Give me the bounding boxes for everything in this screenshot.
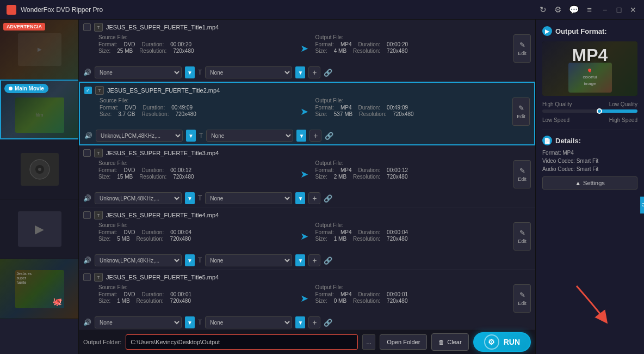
bottom-bar: Output Folder: ... Open Folder 🗑 Clear ⚙… [79,329,535,354]
folder-dots-button[interactable]: ... [362,334,375,350]
low-speed-label: Low Speed [542,117,569,123]
audio-select-4[interactable]: Unknow,LPCM,48KHz,... [95,254,182,266]
output-profile-tab[interactable]: Output Profile [640,197,644,213]
subtitle-dropdown-4[interactable]: ▼ [295,254,305,266]
file-row-2-controls: 🔊 Unknow,LPCM,48KHz,... ▼ T None ▼ + 🔗 [80,128,534,144]
edit-button-5[interactable]: ✎ Edit [513,284,531,313]
source-format-row-5: Format: DVD Duration: 00:00:01 [98,291,294,297]
source-duration-val-4: 00:00:04 [170,229,191,235]
source-label-1: Source File: [98,34,294,40]
audio-dropdown-3[interactable]: ▼ [185,192,195,204]
close-button[interactable]: ✕ [629,5,637,14]
add-button-1[interactable]: + [308,66,320,78]
source-label-3: Source File: [98,160,294,166]
chain-icon-2: 🔗 [325,132,333,140]
edit-icon-3: ✎ [519,167,525,175]
source-duration-key-5: Duration: [142,291,164,297]
maximize-button[interactable]: □ [615,5,623,14]
run-button[interactable]: ⚙ RUN [473,332,531,352]
right-panel: Output Profile ▶ Output Format: MP4 🎈col… [535,20,644,354]
subtitle-dropdown-2[interactable]: ▼ [296,130,306,142]
output-size-row-4: Size: 1 MB Resolution: 720x480 [315,236,511,242]
source-size-key-3: Size: [98,174,110,180]
audio-select-3[interactable]: Unknow,LPCM,48KHz,... [95,192,182,204]
file-checkbox-2[interactable]: ✓ [84,87,92,94]
source-duration-val-2: 00:49:09 [171,105,193,111]
minimize-button[interactable]: − [600,5,609,14]
edit-button-2[interactable]: ✎ Edit [512,97,530,126]
source-size-val-1: 25 MB [117,48,133,54]
subtitle-select-3[interactable]: None [205,192,292,204]
chain-icon-3: 🔗 [324,194,332,203]
thumb-item-1[interactable]: ADVERTENCIA ▶ [0,20,79,80]
edit-button-4[interactable]: ✎ Edit [513,222,531,251]
file-output-3: Output File: Format: MP4 Duration: 00:00… [315,160,511,188]
audio-dropdown-5[interactable]: ▼ [185,316,195,328]
quality-slider-fill [599,109,637,113]
source-format-key-2: Format: [100,105,118,111]
file-row-3: T JESUS_ES_SUPER_FUERTE_Title3.mp4 Sourc… [79,145,535,207]
edit-button-1[interactable]: ✎ Edit [513,34,531,63]
thumb-item-3[interactable] [0,139,79,199]
audio-select-5[interactable]: None [95,316,182,328]
clear-label: Clear [447,339,461,345]
file-checkbox-5[interactable] [83,273,91,281]
file-checkbox-3[interactable] [83,149,91,157]
edit-button-3[interactable]: ✎ Edit [513,160,531,188]
output-label-3: Output File: [315,160,511,166]
chat-icon[interactable]: 💬 [569,5,579,14]
settings-icon[interactable]: ⚙ [554,5,561,14]
audio-dropdown-4[interactable]: ▼ [185,254,195,266]
file-checkbox-1[interactable] [83,23,91,31]
subtitle-select-5[interactable]: None [205,316,292,328]
add-button-3[interactable]: + [308,192,320,204]
file-arrow-1: ➤ [294,34,315,63]
file-type-icon-3: T [94,149,103,157]
subtitle-dropdown-1[interactable]: ▼ [295,66,305,78]
output-format-key-4: Format: [315,229,334,235]
file-name-4: JESUS_ES_SUPER_FUERTE_Title4.mp4 [106,212,219,218]
output-folder-input[interactable] [126,334,358,350]
output-label-5: Output File: [315,284,511,290]
subtitle-dropdown-5[interactable]: ▼ [295,316,305,328]
mp4-format-label: MP4 [568,45,612,65]
file-name-2: JESUS_ES_SUPER_FUERTE_Title2.mp4 [107,87,220,94]
add-button-2[interactable]: + [309,130,321,142]
subtitle-select-1[interactable]: None [205,66,292,78]
add-button-4[interactable]: + [308,254,320,266]
menu-icon[interactable]: ≡ [587,5,592,14]
thumb-item-5[interactable]: Jesús essuperfuerte 🐙 [0,259,79,319]
output-format-row-3: Format: MP4 Duration: 00:00:12 [315,167,511,173]
audio-select-1[interactable]: None [95,66,182,78]
audio-select-2[interactable]: Unknow,LPCM,48KHz,... [96,130,183,142]
subtitle-icon-1: T [198,69,202,76]
file-row-5: T JESUS_ES_SUPER_FUERTE_Title5.mp4 Sourc… [79,270,535,329]
quality-slider[interactable] [542,109,637,113]
add-button-5[interactable]: + [308,316,320,328]
clear-button[interactable]: 🗑 Clear [431,333,468,351]
thumb-item-2[interactable]: Main Movie film [0,80,79,139]
main-movie-label: Main Movie [4,84,48,93]
subtitle-select-2[interactable]: None [206,130,293,142]
source-res-val-5: 720x480 [170,298,191,304]
output-size-val-4: 1 MB [334,236,346,242]
audio-dropdown-2[interactable]: ▼ [186,130,196,142]
subtitle-dropdown-3[interactable]: ▼ [295,192,305,204]
edit-icon-1: ✎ [519,41,525,49]
output-duration-key-5: Duration: [358,291,381,297]
file-checkbox-4[interactable] [83,211,91,219]
refresh-icon[interactable]: ↻ [540,5,547,14]
file-output-2: Output File: Format: MP4 Duration: 00:49… [315,97,510,126]
source-duration-key-1: Duration: [142,41,164,47]
source-format-val-3: DVD [123,167,135,173]
subtitle-select-4[interactable]: None [205,254,292,266]
settings-button[interactable]: ▲ Settings [542,176,637,190]
file-row-3-info: Source File: Format: DVD Duration: 00:00… [79,159,535,191]
open-folder-button[interactable]: Open Folder [380,334,427,350]
audio-dropdown-1[interactable]: ▼ [185,66,195,78]
trash-icon: 🗑 [438,339,444,345]
file-output-4: Output File: Format: MP4 Duration: 00:00… [315,222,511,251]
thumb-item-4[interactable]: ▶ [0,199,79,259]
file-type-icon-2: T [95,86,104,95]
mp4-preview[interactable]: MP4 🎈colorfulimage [542,41,637,96]
